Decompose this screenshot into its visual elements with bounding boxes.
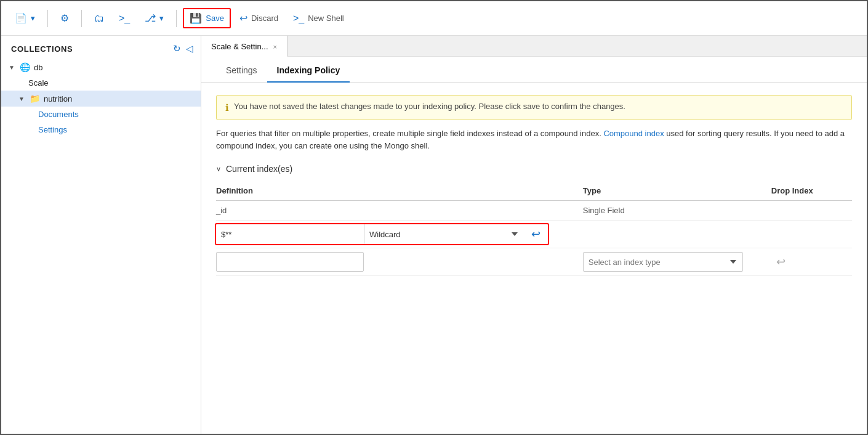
nutrition-label: nutrition (44, 94, 72, 104)
tree-item-nutrition[interactable]: ▼ 📁 nutrition (1, 91, 201, 107)
new-document-button[interactable]: 📄 ▾ (9, 9, 41, 28)
table-row: Select an index type Wildcard Single Fie… (216, 248, 852, 276)
row2-definition-cell: Wildcard Single Field ↩ (216, 221, 583, 248)
row1-type: Single Field (583, 201, 771, 221)
sidebar-tree: ▼ 🌐 db Scale ▼ 📁 nutrition Documents (1, 59, 201, 142)
discard-label: Discard (251, 14, 278, 23)
row2-definition-input[interactable] (216, 224, 364, 244)
row3-revert-button[interactable]: ↩ (771, 253, 790, 271)
tree-item-settings[interactable]: Settings (1, 122, 201, 137)
open-icon: 🗂 (94, 13, 104, 24)
fork-button[interactable]: ⎇ ▾ (139, 9, 170, 28)
warning-banner: ℹ You have not saved the latest changes … (216, 95, 852, 120)
new-shell-button[interactable]: >_ New Shell (287, 9, 350, 28)
warning-message: You have not saved the latest changes ma… (234, 102, 625, 111)
tab-indexing-policy[interactable]: Indexing Policy (267, 57, 350, 83)
shell-button[interactable]: >_ (113, 9, 136, 28)
separator-2 (81, 10, 82, 27)
fork-dropdown-icon: ▾ (159, 14, 164, 23)
chevron-down-icon-nutrition: ▼ (18, 96, 25, 102)
col-header-type: Type (583, 181, 771, 201)
discard-icon: ↩ (239, 12, 247, 24)
table-row: _id Single Field (216, 201, 852, 221)
db-label: db (34, 63, 42, 72)
tab-close-button[interactable]: × (273, 43, 277, 51)
refresh-icon[interactable]: ↻ (173, 43, 181, 54)
indexes-section: ∨ Current index(es) Definition Type (216, 164, 852, 276)
description-before: For queries that filter on multiple prop… (216, 129, 603, 138)
separator-3 (176, 10, 177, 27)
collection-icon: 📁 (30, 94, 40, 104)
row2-drop-cell (771, 221, 852, 248)
save-button[interactable]: 💾 Save (183, 8, 231, 28)
toolbar: 📄 ▾ ⚙ 🗂 >_ ⎇ ▾ 💾 Save ↩ Discard >_ New S (1, 1, 867, 36)
tab-label: Scale & Settin... (211, 42, 268, 51)
row3-type-select[interactable]: Select an index type Wildcard Single Fie… (583, 252, 743, 272)
tree-item-scale[interactable]: Scale (1, 75, 201, 91)
row2-type-select[interactable]: Wildcard Single Field (364, 224, 524, 244)
sidebar: COLLECTIONS ↻ ◁ ▼ 🌐 db Scale (1, 36, 201, 434)
row2-type-cell (583, 221, 771, 248)
gear-button[interactable]: ⚙ (54, 9, 75, 28)
row2-revert-button[interactable]: ↩ (526, 225, 545, 243)
row3-definition-input[interactable] (216, 252, 364, 272)
toolbar-dropdown-icon: ▾ (31, 14, 35, 23)
row3-definition-cell (216, 248, 583, 276)
page-content: Settings Indexing Policy ℹ You have not … (201, 57, 867, 434)
separator-1 (47, 10, 48, 27)
row1-drop (771, 201, 852, 221)
sidebar-title: COLLECTIONS (11, 44, 73, 54)
sidebar-header-icons: ↻ ◁ (173, 43, 193, 54)
col-header-drop: Drop Index (771, 181, 852, 201)
new-document-icon: 📄 (15, 12, 27, 24)
tree-item-documents[interactable]: Documents (1, 107, 201, 122)
documents-link[interactable]: Documents (38, 110, 79, 119)
settings-link[interactable]: Settings (38, 125, 67, 134)
open-button[interactable]: 🗂 (88, 9, 110, 28)
col-header-definition: Definition (216, 181, 583, 201)
content-area: Scale & Settin... × Settings Indexing Po… (201, 36, 867, 434)
row3-type-cell: Select an index type Wildcard Single Fie… (583, 248, 771, 276)
save-label: Save (206, 14, 224, 23)
collapse-icon[interactable]: ◁ (186, 43, 193, 54)
discard-button[interactable]: ↩ Discard (233, 9, 284, 28)
section-header: ∨ Current index(es) (216, 164, 852, 174)
fork-icon: ⎇ (145, 12, 156, 24)
compound-index-link[interactable]: Compound index (603, 129, 664, 138)
scale-label: Scale (28, 78, 49, 87)
main-layout: COLLECTIONS ↻ ◁ ▼ 🌐 db Scale (1, 36, 867, 434)
terminal-icon: >_ (119, 13, 130, 24)
sidebar-header: COLLECTIONS ↻ ◁ (1, 36, 201, 59)
sub-tabs: Settings Indexing Policy (201, 57, 867, 83)
row1-definition: _id (216, 201, 583, 221)
save-icon: 💾 (190, 12, 202, 24)
gear-icon: ⚙ (60, 12, 69, 24)
row3-drop-cell: ↩ (771, 248, 852, 276)
info-icon: ℹ (225, 102, 229, 113)
tree-item-db[interactable]: ▼ 🌐 db (1, 59, 201, 75)
new-shell-label: New Shell (308, 14, 344, 23)
section-chevron-icon[interactable]: ∨ (216, 165, 221, 173)
description-text: For queries that filter on multiple prop… (216, 128, 852, 152)
new-shell-icon: >_ (293, 13, 304, 24)
tabs-bar: Scale & Settin... × (201, 36, 867, 57)
tab-scale-settings[interactable]: Scale & Settin... × (201, 36, 287, 57)
tab-settings[interactable]: Settings (216, 57, 267, 83)
section-label: Current index(es) (226, 164, 292, 174)
chevron-down-icon: ▼ (9, 64, 15, 71)
index-table: Definition Type Drop Index (216, 181, 852, 276)
db-icon: 🌐 (20, 62, 30, 72)
table-row: Wildcard Single Field ↩ (216, 221, 852, 248)
